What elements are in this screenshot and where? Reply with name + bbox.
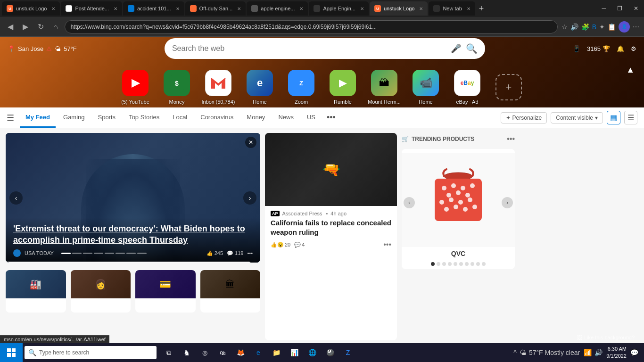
side-story-card[interactable]: 🔫 AP Associated Press • 4h ago Californi…: [265, 133, 397, 340]
taskbar-task-view[interactable]: ⧉: [160, 343, 177, 362]
tab-close-apple1[interactable]: ✕: [299, 6, 303, 11]
tab-sports[interactable]: Sports: [92, 107, 122, 128]
product-carousel-prev[interactable]: ‹: [404, 197, 415, 208]
story-title[interactable]: 'Extremist threat to our democracy': Wha…: [13, 223, 253, 246]
tab-newtab[interactable]: New tab ✕: [429, 1, 475, 16]
taskbar-zoom[interactable]: Z: [339, 343, 356, 362]
search-input[interactable]: [172, 44, 446, 53]
small-card-4[interactable]: 🏛: [200, 270, 261, 313]
quick-link-gmail[interactable]: Inbox (50,784): [199, 70, 237, 105]
close-button[interactable]: ✕: [630, 5, 642, 12]
taskbar-search[interactable]: 🔍 Type here to search: [25, 346, 157, 359]
trending-product-card[interactable]: ‹ ›: [402, 149, 515, 269]
side-story-title[interactable]: California fails to replace concealed we…: [271, 218, 391, 237]
taskbar-spreadsheet[interactable]: 📊: [286, 343, 303, 362]
tab-unstuck2[interactable]: U unstuck Logo ✕: [370, 1, 428, 16]
add-quick-link[interactable]: +: [490, 74, 528, 100]
read-aloud-icon[interactable]: 🔊: [570, 23, 578, 31]
tab-local[interactable]: Local: [167, 107, 193, 128]
system-clock[interactable]: 6:30 AM 9/1/2022: [606, 346, 627, 360]
taskbar-firefox[interactable]: 🦊: [232, 343, 249, 362]
quick-link-mtherm[interactable]: 🏔 Mount Herm...: [365, 70, 403, 105]
refresh-button[interactable]: ↻: [35, 20, 47, 33]
tray-chevron[interactable]: ^: [513, 349, 517, 356]
restore-button[interactable]: ❐: [613, 5, 626, 12]
story-likes[interactable]: 👍 245: [206, 250, 223, 256]
trending-more-button[interactable]: •••: [507, 135, 515, 143]
small-card-3[interactable]: 💳: [135, 270, 196, 313]
tab-us[interactable]: US: [301, 107, 321, 128]
profile-button[interactable]: 👤: [619, 21, 630, 33]
tab-apple2[interactable]: Apple Engin... ✕: [309, 1, 369, 16]
tab-close-post[interactable]: ✕: [114, 6, 117, 11]
tab-close-offduty[interactable]: ✕: [237, 6, 241, 11]
quick-link-home1[interactable]: e Home: [241, 70, 279, 105]
tab-close-unstuck2[interactable]: ✕: [419, 6, 423, 11]
tab-close-accident[interactable]: ✕: [176, 6, 180, 11]
list-view-button[interactable]: ☰: [624, 111, 637, 124]
taskbar-store[interactable]: 🛍: [214, 343, 231, 362]
search-button[interactable]: 🔍: [466, 43, 478, 54]
minimize-button[interactable]: ─: [598, 5, 610, 12]
quick-link-youtube[interactable]: ▶ (5) YouTube: [116, 70, 154, 105]
quick-link-rumble[interactable]: ▶ Rumble: [324, 70, 362, 105]
address-input[interactable]: [65, 20, 558, 33]
nav-more-button[interactable]: •••: [323, 113, 339, 123]
microphone-icon[interactable]: 🎤: [451, 43, 461, 54]
side-comments[interactable]: 💬 4: [294, 242, 305, 248]
tray-network[interactable]: 📶: [584, 349, 592, 356]
bing-icon[interactable]: B: [592, 23, 596, 31]
main-story-card[interactable]: ‹ › ✕ 'Extremist threat to our democracy…: [6, 133, 260, 263]
taskbar-ball[interactable]: 🎱: [322, 343, 339, 362]
quick-link-home2[interactable]: 📹 Home: [407, 70, 445, 105]
new-tab-button[interactable]: +: [476, 4, 487, 14]
tab-money[interactable]: Money: [241, 107, 271, 128]
content-visible-button[interactable]: Content visible ▾: [551, 112, 603, 123]
grid-view-button[interactable]: ▦: [607, 111, 620, 124]
tab-topstories[interactable]: Top Stories: [123, 107, 165, 128]
favorites-icon[interactable]: ☆: [561, 23, 568, 31]
carousel-next-button[interactable]: ›: [243, 191, 256, 205]
tray-volume[interactable]: 🔊: [594, 349, 603, 356]
tab-coronavirus[interactable]: Coronavirus: [195, 107, 239, 128]
story-comments[interactable]: 💬 119: [227, 250, 243, 256]
story-more[interactable]: •••: [247, 250, 253, 256]
personalize-button[interactable]: ✦ Personalize: [501, 112, 547, 123]
extensions-icon[interactable]: 🧩: [581, 23, 589, 31]
quick-link-money[interactable]: $ Money: [158, 70, 196, 105]
small-card-2[interactable]: 👩: [71, 270, 131, 313]
taskbar-chess[interactable]: ♞: [178, 343, 195, 362]
collapse-button[interactable]: ▲: [626, 65, 635, 75]
notifications-icon[interactable]: 🔔: [617, 45, 624, 52]
tab-apple1[interactable]: apple engine... ✕: [247, 1, 308, 16]
tab-unstuck1[interactable]: U unstuck Logo ✕: [2, 1, 60, 16]
tray-weather-icon[interactable]: 🌤: [520, 349, 526, 356]
tab-gaming[interactable]: Gaming: [58, 107, 91, 128]
tab-post[interactable]: Post Attende... ✕: [61, 1, 122, 16]
carousel-prev-button[interactable]: ‹: [9, 191, 23, 205]
product-carousel-next[interactable]: ›: [502, 197, 513, 208]
copilot-icon[interactable]: ✦: [599, 23, 605, 31]
tab-close-apple2[interactable]: ✕: [360, 6, 364, 11]
story-close-button[interactable]: ✕: [245, 137, 256, 148]
tab-accident[interactable]: accident 101... ✕: [123, 1, 184, 16]
collections-icon[interactable]: 📋: [608, 23, 616, 31]
tab-close-unstuck1[interactable]: ✕: [51, 6, 55, 11]
taskbar-cortana[interactable]: ◎: [196, 343, 213, 362]
taskbar-files[interactable]: 📁: [268, 343, 285, 362]
like-background[interactable]: 🖼 Like this background?: [577, 335, 635, 340]
tray-notification[interactable]: 💬: [630, 349, 638, 356]
back-button[interactable]: ◀: [5, 20, 16, 33]
hamburger-menu[interactable]: ☰: [7, 113, 14, 123]
taskbar-maps[interactable]: 🌐: [304, 343, 321, 362]
forward-button[interactable]: ▶: [20, 20, 31, 33]
tab-myfeed[interactable]: My Feed: [20, 107, 56, 128]
settings-icon[interactable]: ⋯: [633, 23, 639, 31]
tab-news[interactable]: News: [272, 107, 299, 128]
quick-link-ebay[interactable]: eBay eBay · Ad: [448, 70, 486, 105]
tab-offduty[interactable]: Off-duty San... ✕: [185, 1, 246, 16]
start-button[interactable]: [0, 343, 23, 362]
tab-close-newtab[interactable]: ✕: [467, 6, 471, 11]
settings-icon[interactable]: ⚙: [631, 45, 636, 52]
quick-link-zoom[interactable]: Z Zoom: [282, 70, 320, 105]
